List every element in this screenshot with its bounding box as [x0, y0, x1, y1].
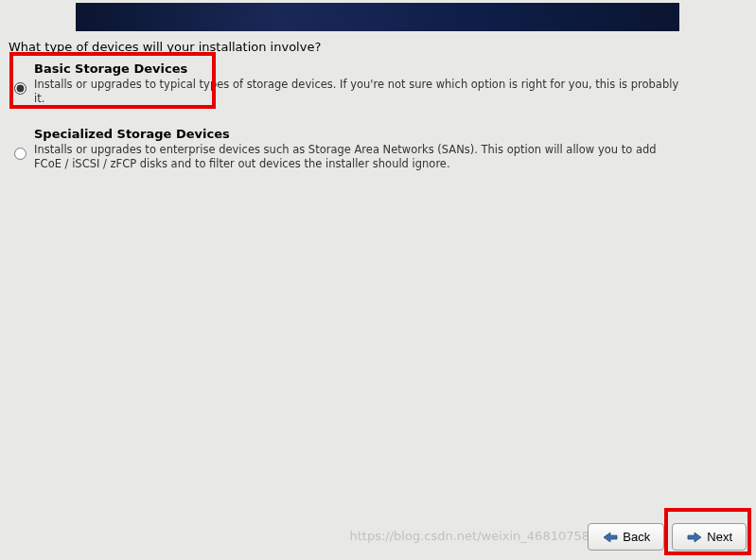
- arrow-left-icon: [602, 531, 619, 544]
- storage-options: Basic Storage Devices Installs or upgrad…: [14, 60, 742, 190]
- back-label: Back: [623, 530, 650, 544]
- arrow-right-icon: [686, 531, 703, 544]
- radio-specialized-storage[interactable]: [14, 148, 26, 160]
- next-button[interactable]: Next: [672, 523, 747, 551]
- option-description: Installs or upgrades to enterprise devic…: [34, 143, 687, 171]
- option-basic-storage[interactable]: Basic Storage Devices Installs or upgrad…: [14, 60, 742, 108]
- option-description: Installs or upgrades to typical types of…: [34, 78, 687, 106]
- option-title: Specialized Storage Devices: [34, 127, 742, 141]
- button-bar: Back Next: [588, 523, 747, 551]
- next-label: Next: [707, 530, 732, 544]
- option-title: Basic Storage Devices: [34, 61, 742, 76]
- radio-basic-storage[interactable]: [14, 82, 26, 95]
- header-bar: [76, 3, 679, 31]
- back-button[interactable]: Back: [588, 523, 664, 551]
- watermark: https://blog.csdn.net/weixin_46810758: [350, 529, 590, 543]
- option-specialized-storage[interactable]: Specialized Storage Devices Installs or …: [14, 125, 742, 173]
- question-label: What type of devices will your installat…: [9, 40, 321, 54]
